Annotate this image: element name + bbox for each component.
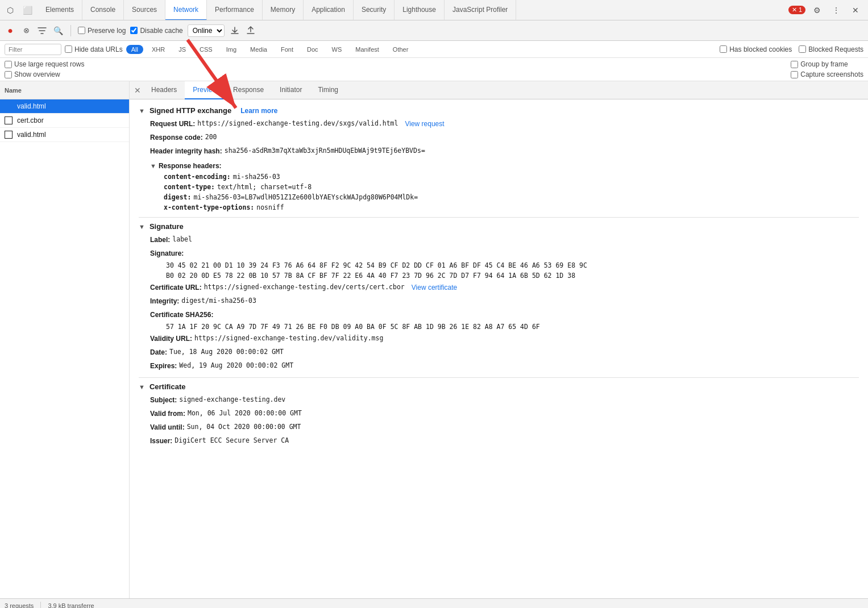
show-overview-checkbox[interactable] — [5, 71, 12, 78]
signature-title: Signature — [149, 222, 184, 231]
hide-data-urls-toggle[interactable]: Hide data URLs — [65, 45, 123, 53]
signature-toggle[interactable]: ▼ — [139, 223, 145, 230]
response-headers-header: ▼ Response headers: — [150, 160, 859, 172]
filter-css[interactable]: CSS — [194, 45, 218, 54]
filter-ws[interactable]: WS — [327, 45, 347, 54]
header-x-content-type: x-content-type-options: nosniff — [150, 202, 859, 213]
tab-bar-icons: ⬡ ⬜ — [0, 2, 38, 18]
date-row: Date: Tue, 18 Aug 2020 00:00:02 GMT — [139, 345, 859, 359]
header-integrity-label: Header integrity hash: — [150, 146, 222, 156]
throttle-select[interactable]: Online — [188, 24, 225, 37]
signature-header: ▼ Signature — [139, 220, 859, 233]
search-icon[interactable]: 🔍 — [52, 25, 64, 36]
sidebar-item-0[interactable]: valid.html — [0, 99, 129, 114]
filter-font[interactable]: Font — [276, 45, 298, 54]
date-label: Date: — [150, 347, 167, 357]
filter-manifest[interactable]: Manifest — [350, 45, 384, 54]
divider-2 — [139, 377, 859, 378]
sidebar-item-2[interactable]: valid.html — [0, 128, 129, 142]
sub-tab-headers[interactable]: Headers — [143, 81, 185, 99]
tab-console[interactable]: Console — [82, 0, 124, 20]
sub-tab-preview[interactable]: Preview — [185, 81, 225, 99]
filter-media[interactable]: Media — [245, 45, 272, 54]
cert-url-row: Certificate URL: https://signed-exchange… — [139, 281, 859, 294]
filter-all[interactable]: All — [126, 45, 143, 54]
filter-other[interactable]: Other — [388, 45, 414, 54]
disable-cache-checkbox[interactable] — [130, 27, 138, 34]
settings-icon[interactable]: ⚙ — [809, 2, 825, 18]
sub-tab-response[interactable]: Response — [225, 81, 272, 99]
view-certificate-link[interactable]: View certificate — [412, 282, 457, 293]
more-icon[interactable]: ⋮ — [828, 2, 844, 18]
dock-icon[interactable]: ⬡ — [2, 2, 18, 18]
large-rows-checkbox[interactable] — [5, 61, 12, 68]
sub-tab-initiator[interactable]: Initiator — [272, 81, 310, 99]
cert-sha256-hex: 57 1A 1F 20 9C CA A9 7D 7F 49 71 26 BE F… — [139, 322, 859, 332]
sub-tab-timing[interactable]: Timing — [310, 81, 346, 99]
sidebar: Name valid.html cert.cbor valid.html — [0, 81, 130, 598]
import-icon[interactable] — [229, 25, 240, 36]
expires-row: Expires: Wed, 19 Aug 2020 00:00:02 GMT — [139, 359, 859, 373]
filter-img[interactable]: Img — [221, 45, 242, 54]
filter-doc[interactable]: Doc — [302, 45, 323, 54]
tab-memory[interactable]: Memory — [263, 0, 304, 20]
subject-value: signed-exchange-testing.dev — [179, 395, 285, 405]
integrity-row: Integrity: digest/mi-sha256-03 — [139, 294, 859, 308]
tab-application[interactable]: Application — [304, 0, 354, 20]
header-content-encoding-name: content-encoding: — [164, 173, 231, 181]
capture-screenshots-toggle[interactable]: Capture screenshots — [791, 70, 863, 78]
tab-security[interactable]: Security — [354, 0, 394, 20]
disable-cache-toggle[interactable]: Disable cache — [130, 27, 182, 35]
tab-sources[interactable]: Sources — [124, 0, 165, 20]
response-headers-toggle[interactable]: ▼ — [150, 163, 156, 169]
filter-icon[interactable] — [36, 25, 48, 36]
filter-input[interactable] — [5, 44, 61, 55]
status-requests: 3 requests — [5, 602, 34, 609]
capture-screenshots-checkbox[interactable] — [791, 71, 798, 78]
group-by-frame-checkbox[interactable] — [791, 61, 798, 68]
signed-http-exchange-header: ▼ Signed HTTP exchange Learn more — [139, 104, 859, 117]
expand-icon[interactable]: ⬜ — [19, 2, 35, 18]
record-icon[interactable]: ● — [5, 25, 16, 36]
valid-until-value: Sun, 04 Oct 2020 00:00:00 GMT — [187, 422, 301, 432]
sidebar-item-1[interactable]: cert.cbor — [0, 114, 129, 128]
preserve-log-checkbox[interactable] — [78, 27, 85, 34]
header-x-content-type-name: x-content-type-options: — [164, 203, 254, 211]
blocked-requests-toggle[interactable]: Blocked Requests — [799, 45, 863, 53]
filter-js[interactable]: JS — [173, 45, 191, 54]
preserve-log-toggle[interactable]: Preserve log — [78, 27, 126, 35]
options-left: Use large request rows Show overview — [5, 60, 84, 78]
tab-elements[interactable]: Elements — [38, 0, 82, 20]
issuer-label: Issuer: — [150, 436, 172, 446]
sig-signature-label: Signature: — [150, 248, 184, 259]
large-rows-toggle[interactable]: Use large request rows — [5, 60, 84, 68]
tab-network[interactable]: Network — [165, 0, 207, 20]
stop-icon[interactable]: ⊗ — [20, 25, 32, 36]
file-icon-2 — [5, 131, 13, 139]
group-by-frame-toggle[interactable]: Group by frame — [791, 60, 863, 68]
sidebar-item-name-2: valid.html — [17, 131, 124, 139]
sig-hex-1: 30 45 02 21 00 D1 10 39 24 F3 76 A6 64 8… — [139, 260, 859, 270]
signed-http-exchange-toggle[interactable]: ▼ — [139, 107, 145, 114]
tab-lighthouse[interactable]: Lighthouse — [394, 0, 445, 20]
filter-xhr[interactable]: XHR — [147, 45, 170, 54]
tab-performance[interactable]: Performance — [207, 0, 263, 20]
has-blocked-cookies-checkbox[interactable] — [720, 45, 727, 53]
sidebar-item-name-0: valid.html — [17, 102, 124, 110]
learn-more-link[interactable]: Learn more — [240, 107, 277, 115]
tab-js-profiler[interactable]: JavaScript Profiler — [445, 0, 516, 20]
header-x-content-type-val: nosniff — [256, 203, 284, 211]
blocked-requests-checkbox[interactable] — [799, 45, 806, 53]
show-overview-toggle[interactable]: Show overview — [5, 70, 84, 78]
export-icon[interactable] — [245, 25, 256, 36]
certificate-title: Certificate — [149, 382, 186, 391]
has-blocked-cookies-toggle[interactable]: Has blocked cookies — [720, 45, 792, 53]
hide-data-urls-checkbox[interactable] — [65, 45, 72, 53]
preview-content: ▼ Signed HTTP exchange Learn more Reques… — [130, 99, 868, 598]
cert-sha256-label: Certificate SHA256: — [150, 310, 213, 320]
sub-tab-close[interactable]: ✕ — [132, 85, 143, 96]
view-request-link[interactable]: View request — [405, 119, 444, 129]
header-digest-val: mi-sha256-03=LB7wdlH051Z1Ze600lbYAEYsckW… — [193, 193, 418, 201]
certificate-toggle[interactable]: ▼ — [139, 384, 145, 390]
close-icon[interactable]: ✕ — [848, 2, 863, 18]
